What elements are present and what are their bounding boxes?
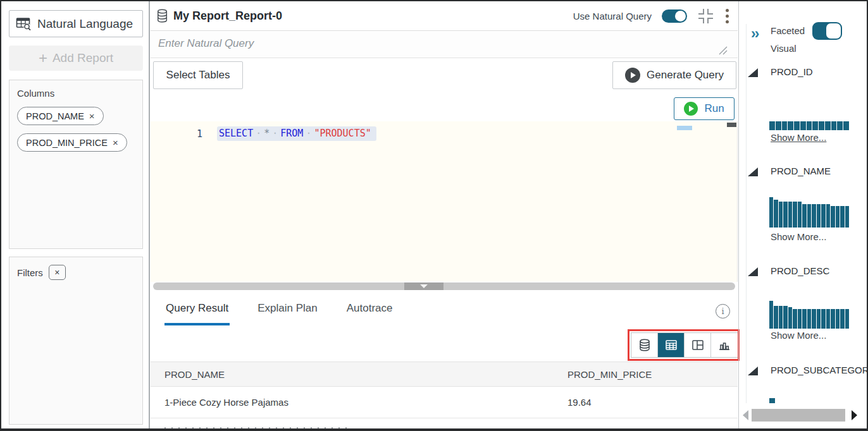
splitter-collapse-handle[interactable] xyxy=(404,282,443,290)
select-tables-button[interactable]: Select Tables xyxy=(153,61,243,89)
histogram-bar xyxy=(769,197,773,228)
menu-kebab-icon[interactable] xyxy=(724,8,730,25)
histogram-bar xyxy=(843,121,849,130)
facet-horizontal-scrollbar xyxy=(740,408,867,422)
remove-chip-icon[interactable]: × xyxy=(89,111,95,121)
columns-panel-title: Columns xyxy=(17,88,135,99)
use-natural-query-label: Use Natural Query xyxy=(573,11,652,21)
histogram-bar xyxy=(802,309,806,329)
histogram-bar xyxy=(800,121,806,130)
natural-query-input[interactable] xyxy=(151,32,738,58)
sql-editor[interactable]: 1 SELECT·*·FROM·"PRODUCTS" xyxy=(151,121,738,282)
histogram-bar xyxy=(798,202,802,228)
data-view-button[interactable] xyxy=(631,333,658,357)
histogram-bar xyxy=(793,202,797,228)
remove-chip-icon[interactable]: × xyxy=(113,137,118,148)
filters-panel-title: Filters xyxy=(17,267,43,278)
run-button[interactable]: Run xyxy=(674,97,735,120)
histogram-bar xyxy=(794,121,800,130)
facet-prod_id: PROD_IDShow More... xyxy=(739,61,865,161)
minimap-marker xyxy=(677,126,692,130)
histogram-bar xyxy=(779,202,783,228)
collapse-panes-icon[interactable] xyxy=(697,8,714,25)
histogram-bar xyxy=(831,206,834,228)
histogram-bar xyxy=(845,309,849,329)
tab-explain-plan[interactable]: Explain Plan xyxy=(256,298,319,325)
facet-list: PROD_IDShow More...PROD_NAMEShow More...… xyxy=(739,61,865,415)
histogram-bar xyxy=(836,206,840,228)
results-tabs: Query ResultExplain PlanAutotrace xyxy=(164,298,394,325)
toggle-knob xyxy=(826,23,841,39)
histogram-bar xyxy=(821,204,825,228)
result-table-header: PROD_NAMEPROD_MIN_PRICE xyxy=(151,361,738,387)
natural-language-button[interactable]: Natural Language xyxy=(9,10,143,37)
sql-token: * xyxy=(264,128,270,139)
column-header[interactable]: PROD_NAME xyxy=(151,369,567,380)
facet-prod_name: PROD_NAMEShow More... xyxy=(739,161,865,260)
plus-icon: + xyxy=(39,49,47,67)
faceted-visual-toggle[interactable] xyxy=(812,22,842,40)
line-number: 1 xyxy=(186,128,202,140)
scrollbar-thumb[interactable] xyxy=(752,409,845,422)
histogram-bar xyxy=(793,309,797,329)
select-tables-label: Select Tables xyxy=(166,69,230,82)
histogram-bar xyxy=(782,121,788,130)
clear-filters-button[interactable]: × xyxy=(49,265,66,280)
show-more-link[interactable]: Show More... xyxy=(771,132,826,143)
histogram-bar xyxy=(817,309,821,329)
table-row[interactable]: 1-Piece Cozy Horse Pajamas19.64 xyxy=(151,387,738,418)
result-table: PROD_NAMEPROD_MIN_PRICE 1-Piece Cozy Hor… xyxy=(151,361,738,430)
editor-vertical-scrollbar[interactable] xyxy=(727,123,736,127)
table-row-partial xyxy=(164,427,348,430)
histogram-bar xyxy=(769,121,775,130)
sql-code-line: SELECT·*·FROM·"PRODUCTS" xyxy=(217,126,376,141)
histogram-bar xyxy=(783,202,787,228)
facet-collapse-icon[interactable] xyxy=(748,267,758,276)
tab-autotrace[interactable]: Autotrace xyxy=(345,298,394,325)
histogram-bar xyxy=(807,121,812,130)
show-more-link[interactable]: Show More... xyxy=(771,231,826,242)
facet-collapse-icon[interactable] xyxy=(748,68,758,77)
histogram-bar xyxy=(819,121,824,130)
use-natural-query-toggle[interactable] xyxy=(662,9,687,23)
facet-collapse-icon[interactable] xyxy=(748,367,758,375)
report-title: My Report_Report-0 xyxy=(173,9,282,23)
histogram-bar xyxy=(825,121,831,130)
sidebar-splitter[interactable] xyxy=(149,1,150,430)
histogram-bar xyxy=(826,309,830,329)
split-view-button[interactable] xyxy=(685,333,711,357)
scroll-right-icon[interactable] xyxy=(852,410,857,420)
scroll-left-icon[interactable] xyxy=(743,410,748,420)
view-toggle-group xyxy=(631,332,738,358)
histogram-bar xyxy=(836,309,840,329)
add-report-button[interactable]: + Add Report xyxy=(9,46,143,71)
whitespace-dot: · xyxy=(270,128,280,139)
histogram-bar xyxy=(821,309,825,329)
facet-histogram xyxy=(769,121,849,130)
sql-token: "PRODUCTS" xyxy=(314,128,371,139)
info-icon[interactable]: i xyxy=(716,304,730,319)
histogram-bar xyxy=(779,306,783,329)
facet-collapse-icon[interactable] xyxy=(748,167,758,176)
histogram-bar xyxy=(774,306,778,329)
column-header[interactable]: PROD_MIN_PRICE xyxy=(567,369,738,380)
column-chip[interactable]: PROD_MIN_PRICE× xyxy=(17,133,127,152)
database-icon xyxy=(157,9,168,23)
close-icon: × xyxy=(54,267,59,277)
expand-panel-chevrons-icon[interactable]: ›› xyxy=(751,27,758,41)
facet-name: PROD_DESC xyxy=(771,265,829,276)
table-view-button[interactable] xyxy=(658,333,685,357)
generate-query-button[interactable]: Generate Query xyxy=(612,61,736,89)
faceted-label: Faceted xyxy=(771,25,805,36)
resize-handle-icon[interactable] xyxy=(719,46,728,55)
run-play-icon xyxy=(684,102,698,116)
histogram-bar xyxy=(776,121,781,130)
show-more-link[interactable]: Show More... xyxy=(771,330,826,341)
tab-query-result[interactable]: Query Result xyxy=(164,298,230,325)
facet-histogram xyxy=(769,197,849,228)
editor-horizontal-scrollbar[interactable] xyxy=(153,282,735,290)
histogram-bar xyxy=(812,204,815,228)
toggle-knob xyxy=(675,11,686,21)
column-chip[interactable]: PROD_NAME× xyxy=(17,107,104,125)
chart-view-button[interactable] xyxy=(711,333,738,357)
